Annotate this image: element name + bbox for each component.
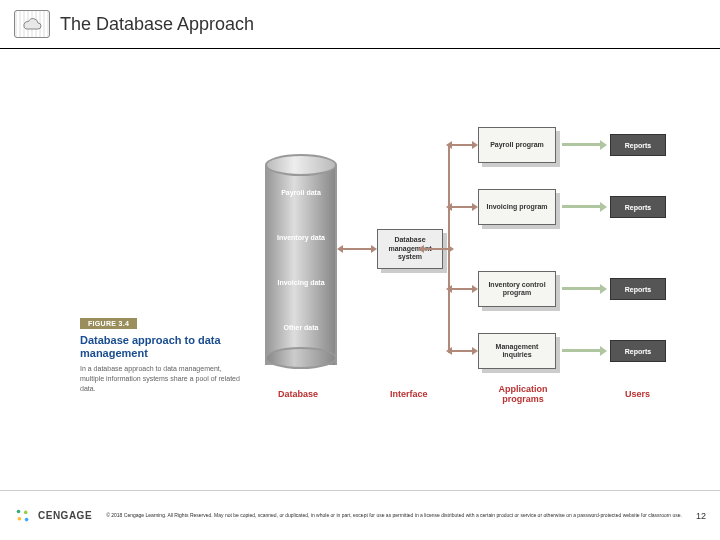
user-reports-3: Reports xyxy=(610,278,666,300)
app-inventory: Inventory control program xyxy=(478,271,556,307)
db-seg-payroll: Payroll data xyxy=(265,189,337,197)
app-invoicing: Invoicing program xyxy=(478,189,556,225)
col-database: Database xyxy=(278,389,318,399)
page-number: 12 xyxy=(696,511,706,521)
db-seg-inventory: Inventory data xyxy=(265,234,337,242)
svg-point-1 xyxy=(24,510,28,514)
arrow-app4-user xyxy=(562,349,600,352)
database-cylinder: Payroll data Inventory data Invoicing da… xyxy=(265,154,337,369)
db-seg-other: Other data xyxy=(265,324,337,332)
col-apps: Application programs xyxy=(488,384,558,404)
cengage-icon xyxy=(14,507,32,525)
user-reports-4: Reports xyxy=(610,340,666,362)
user-reports-2: Reports xyxy=(610,196,666,218)
arrow-to-app-1 xyxy=(452,144,472,146)
page-title: The Database Approach xyxy=(60,14,254,35)
arrow-db-dbms xyxy=(343,248,371,250)
brand-name: CENGAGE xyxy=(38,510,92,521)
copyright-text: © 2018 Cengage Learning. All Rights Rese… xyxy=(92,512,696,519)
arrow-to-app-4 xyxy=(452,350,472,352)
arrow-to-app-2 xyxy=(452,206,472,208)
app-management: Management inquiries xyxy=(478,333,556,369)
cloud-icon xyxy=(14,10,50,38)
col-users: Users xyxy=(625,389,650,399)
figure-caption: FIGURE 3.4 Database approach to data man… xyxy=(80,312,245,394)
diagram-area: Payroll data Inventory data Invoicing da… xyxy=(0,49,720,479)
user-reports-1: Reports xyxy=(610,134,666,156)
svg-point-3 xyxy=(25,517,29,521)
slide-header: The Database Approach xyxy=(0,0,720,49)
arrow-app2-user xyxy=(562,205,600,208)
arrow-app1-user xyxy=(562,143,600,146)
arrow-to-app-3 xyxy=(452,288,472,290)
app-payroll: Payroll program xyxy=(478,127,556,163)
arrow-app3-user xyxy=(562,287,600,290)
slide-footer: CENGAGE © 2018 Cengage Learning. All Rig… xyxy=(0,490,720,540)
svg-point-2 xyxy=(18,516,22,520)
col-interface: Interface xyxy=(390,389,428,399)
arrow-dbms-hub xyxy=(424,248,448,250)
db-seg-invoicing: Invoicing data xyxy=(265,279,337,287)
figure-title: Database approach to data management xyxy=(80,334,245,360)
svg-point-0 xyxy=(17,509,21,513)
figure-body: In a database approach to data managemen… xyxy=(80,364,245,393)
figure-badge: FIGURE 3.4 xyxy=(80,318,137,329)
